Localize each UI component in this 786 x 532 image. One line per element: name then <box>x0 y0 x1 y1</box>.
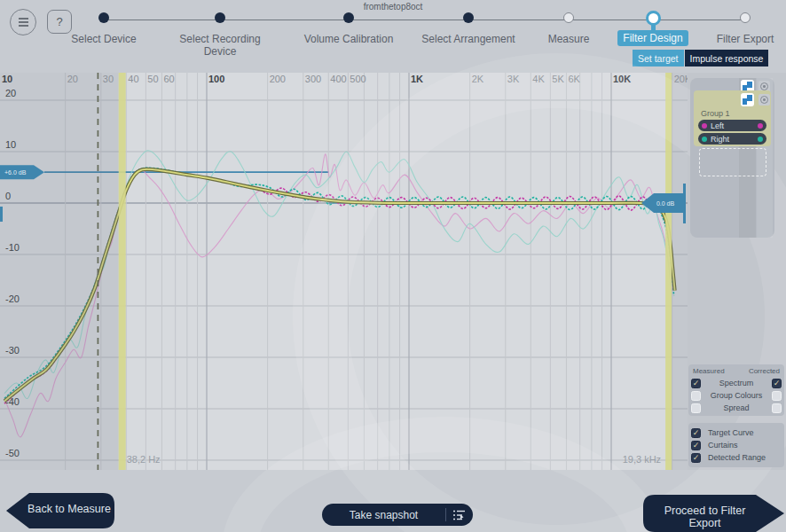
freq-tick-label: 300 <box>305 74 321 84</box>
checkbox-unchecked[interactable] <box>691 391 701 401</box>
step-label: Volume Calibration <box>299 31 399 47</box>
channel-row-right[interactable]: Right <box>698 133 766 145</box>
step-label: Select Arrangement <box>416 31 520 47</box>
legend-row-label: Spread <box>701 403 772 412</box>
step-dot[interactable] <box>343 12 354 23</box>
freq-tick-label: 4K <box>532 74 545 84</box>
step-select-device[interactable]: Select Device <box>42 12 166 47</box>
step-dot[interactable] <box>463 12 474 23</box>
curtain-right <box>672 73 688 470</box>
freq-tick-label: 10K <box>613 74 631 84</box>
active-step-connector <box>651 23 656 34</box>
freq-tick-label: 6K <box>568 74 580 84</box>
legend-row-group-colours: Group Colours <box>691 389 782 402</box>
freq-tick-label: 200 <box>270 74 286 84</box>
step-volume-calibration[interactable]: Volume Calibration <box>287 12 411 47</box>
checkbox-checked[interactable]: ✓ <box>691 453 701 463</box>
detected-range-band-low[interactable] <box>119 73 126 470</box>
legend-toggle-detected-range: ✓Detected Range <box>691 451 782 464</box>
legend-toggle-label: Target Curve <box>708 428 782 437</box>
legend-row-spread: Spread <box>691 402 782 414</box>
back-to-measure-button[interactable]: Back to Measure <box>25 503 114 515</box>
detected-low-label: 38,2 Hz <box>127 454 161 465</box>
db-tick-label: -20 <box>5 293 20 304</box>
db-tick-label: -50 <box>5 448 20 458</box>
detected-range-band-high[interactable] <box>665 73 672 470</box>
freq-tick-label: 20 <box>67 74 78 84</box>
spectrum-legend-panel: Measured Corrected ✓Spectrum✓Group Colou… <box>688 364 784 416</box>
channel-label: Left <box>711 121 758 130</box>
checkbox-checked[interactable]: ✓ <box>691 428 701 438</box>
checkbox-checked[interactable]: ✓ <box>691 379 701 388</box>
freq-tick-label: 30 <box>103 74 114 84</box>
freq-tick-label: 5K <box>552 74 564 84</box>
project-title: fromthetop8oct <box>0 2 786 12</box>
overlay-legend-panel: ✓Target Curve✓Curtains✓Detected Range <box>688 423 784 467</box>
freq-tick-label: 40 <box>128 74 138 84</box>
channel-color-dot <box>702 137 707 142</box>
measured-column-header: Measured <box>693 367 725 375</box>
legend-toggle-target-curve: ✓Target Curve <box>691 426 782 439</box>
tab-set-target[interactable]: Set target <box>633 50 684 66</box>
step-label: Filter Export <box>711 31 780 47</box>
freq-tick-label: 1K <box>411 74 423 84</box>
left-handle-value: +6.0 dB <box>4 169 27 176</box>
db-tick-label: -40 <box>5 396 20 407</box>
channel-row-left[interactable]: Left <box>698 120 766 131</box>
channel-color-dot <box>758 123 763 129</box>
legend-toggle-curtains: ✓Curtains <box>691 439 782 451</box>
step-dot[interactable] <box>563 12 574 23</box>
snapshot-list-icon[interactable] <box>446 509 473 521</box>
freq-tick-label: 500 <box>350 74 365 84</box>
step-label: Select Recording Device <box>158 31 282 59</box>
proceed-to-filter-export-button[interactable]: Proceed to Filter Export <box>649 505 760 529</box>
legend-toggle-label: Detected Range <box>708 453 782 462</box>
checkbox-unchecked[interactable] <box>772 403 782 413</box>
legend-toggle-label: Curtains <box>708 441 782 450</box>
group-drop-zone[interactable] <box>699 148 766 176</box>
corrected-column-header: Corrected <box>749 367 780 375</box>
curtain-left <box>0 73 119 470</box>
channel-groups-panel: Group 1 LeftRight <box>690 78 774 238</box>
checkbox-unchecked[interactable] <box>772 391 782 401</box>
step-dot[interactable] <box>98 12 109 23</box>
curve-icon[interactable] <box>741 93 754 106</box>
take-snapshot-button[interactable]: Take snapshot <box>322 504 473 526</box>
db-tick-label: -30 <box>5 345 20 356</box>
step-filter-export[interactable]: Filter Export <box>683 12 786 47</box>
db-tick-label: 10 <box>5 139 16 150</box>
channel-label: Right <box>711 135 758 144</box>
frequency-response-chart[interactable]: +6.0 dB0.0 dB102030405060100200300400500… <box>0 73 688 470</box>
db-tick-label: 0 <box>5 191 11 201</box>
legend-row-spectrum: ✓Spectrum✓ <box>691 377 782 389</box>
freq-tick-label: 60 <box>163 74 174 84</box>
step-select-recording-device[interactable]: Select Recording Device <box>158 12 282 59</box>
legend-row-label: Group Colours <box>701 391 772 400</box>
detected-high-label: 19,3 kHz <box>623 454 661 465</box>
freq-tick-label: 2K <box>472 74 484 84</box>
right-handle-value: 0.0 dB <box>656 200 675 207</box>
step-label: Select Device <box>66 31 141 47</box>
checkbox-checked[interactable]: ✓ <box>772 379 782 388</box>
left-edge-marker <box>0 207 3 222</box>
checkbox-checked[interactable]: ✓ <box>691 441 701 450</box>
legend-row-label: Spectrum <box>701 379 772 387</box>
checkbox-unchecked[interactable] <box>691 403 701 413</box>
reference-dot-icon[interactable] <box>758 94 770 106</box>
tab-impulse-response[interactable]: Impulse response <box>685 50 769 66</box>
freq-tick-label: 400 <box>330 74 346 84</box>
freq-tick-label: 10 <box>2 74 12 84</box>
step-dot[interactable] <box>740 12 751 23</box>
app-window: fromthetop8oct ? Select DeviceSelect Rec… <box>0 0 786 532</box>
step-dot[interactable] <box>215 12 225 23</box>
take-snapshot-label: Take snapshot <box>322 509 445 521</box>
freq-tick-label: 100 <box>208 74 224 84</box>
hamburger-menu-button[interactable] <box>10 9 36 35</box>
filter-design-subtabs: Set target Impulse response <box>633 50 768 66</box>
channel-color-dot <box>702 123 707 129</box>
channel-color-dot <box>758 137 763 142</box>
freq-tick-label: 50 <box>147 74 158 84</box>
group-title: Group 1 <box>701 109 730 118</box>
group-panel: Group 1 LeftRight <box>694 90 771 146</box>
freq-tick-label: 20K <box>674 74 688 84</box>
